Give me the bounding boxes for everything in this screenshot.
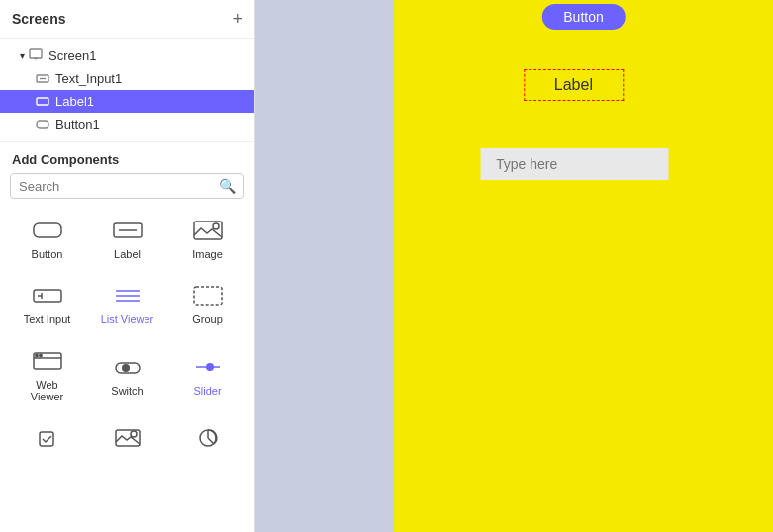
- image2-comp-icon: [112, 424, 144, 452]
- component-list-viewer-text: List Viewer: [101, 313, 154, 325]
- svg-rect-7: [34, 223, 61, 237]
- component-slider[interactable]: Slider: [168, 337, 246, 412]
- svg-point-24: [122, 364, 130, 372]
- screens-title: Screens: [12, 11, 65, 27]
- svg-rect-18: [194, 287, 222, 305]
- search-bar: 🔍: [10, 173, 244, 199]
- search-input[interactable]: [19, 179, 219, 194]
- label-comp-icon: [112, 217, 144, 244]
- middle-panel: [255, 0, 394, 532]
- component-image[interactable]: Image: [168, 207, 246, 270]
- label-icon: [36, 95, 49, 109]
- component-list-viewer[interactable]: List Viewer: [88, 272, 166, 335]
- text-input-icon: [36, 72, 49, 86]
- pie-comp-icon: [192, 424, 224, 452]
- component-web-viewer-text: WebViewer: [31, 379, 63, 402]
- web-viewer-comp-icon: [32, 347, 63, 375]
- tree-item-button1[interactable]: Button1: [0, 113, 254, 135]
- svg-line-32: [208, 438, 214, 444]
- screen-icon: [29, 48, 43, 63]
- group-comp-icon: [192, 282, 224, 310]
- component-checkbox[interactable]: [8, 414, 86, 466]
- svg-point-29: [131, 431, 137, 437]
- tree-item-label1[interactable]: Label1: [0, 90, 254, 113]
- svg-point-11: [213, 223, 219, 229]
- button-comp-icon: [32, 217, 63, 244]
- canvas-text-input[interactable]: [480, 148, 668, 180]
- tree-item-label: Screen1: [48, 48, 96, 63]
- canvas-button[interactable]: Button: [541, 4, 625, 30]
- component-label[interactable]: Label: [88, 207, 166, 270]
- svg-point-26: [206, 363, 214, 371]
- canvas-panel: Button Label: [394, 0, 773, 532]
- component-group-text: Group: [192, 313, 223, 325]
- components-grid: Button Label Image Text Input: [0, 207, 254, 466]
- component-group[interactable]: Group: [168, 272, 246, 335]
- switch-comp-icon: [112, 353, 144, 381]
- chevron-icon: ▾: [20, 50, 25, 61]
- svg-point-21: [35, 354, 37, 356]
- checkbox-comp-icon: [32, 424, 63, 452]
- tree-item-screen1[interactable]: ▾ Screen1: [0, 44, 254, 67]
- list-viewer-comp-icon: [112, 282, 144, 310]
- component-image-text: Image: [192, 248, 223, 260]
- screen-tree: ▾ Screen1 Text_Input1: [0, 39, 254, 142]
- component-label-text: Label: [114, 248, 141, 260]
- canvas-label[interactable]: Label: [524, 69, 624, 101]
- text-input-comp-icon: [32, 282, 63, 310]
- component-pie[interactable]: [168, 414, 246, 466]
- search-icon: 🔍: [219, 178, 236, 194]
- image-comp-icon: [192, 217, 224, 244]
- component-label: Button: [32, 248, 63, 260]
- left-panel: Screens + ▾ Screen1 Text: [0, 0, 255, 532]
- component-switch-text: Switch: [111, 385, 143, 397]
- tree-item-text-input1[interactable]: Text_Input1: [0, 67, 254, 90]
- button-icon: [36, 118, 49, 132]
- svg-rect-5: [37, 98, 48, 105]
- svg-rect-6: [37, 121, 48, 128]
- component-text-input-text: Text Input: [24, 313, 71, 325]
- slider-comp-icon: [192, 353, 224, 381]
- component-switch[interactable]: Switch: [88, 337, 166, 412]
- component-slider-text: Slider: [193, 385, 221, 397]
- component-web-viewer[interactable]: WebViewer: [8, 337, 86, 412]
- component-button[interactable]: Button: [8, 207, 86, 270]
- tree-item-label: Label1: [55, 94, 94, 109]
- add-components-header: Add Components: [0, 142, 254, 173]
- tree-item-label: Button1: [55, 117, 100, 132]
- screens-header: Screens +: [0, 0, 254, 39]
- component-text-input[interactable]: Text Input: [8, 272, 86, 335]
- svg-rect-0: [30, 49, 42, 58]
- tree-item-label: Text_Input1: [55, 71, 122, 86]
- svg-point-22: [39, 354, 41, 356]
- component-image2[interactable]: [88, 414, 166, 466]
- add-screen-button[interactable]: +: [232, 10, 242, 28]
- svg-rect-27: [40, 432, 53, 446]
